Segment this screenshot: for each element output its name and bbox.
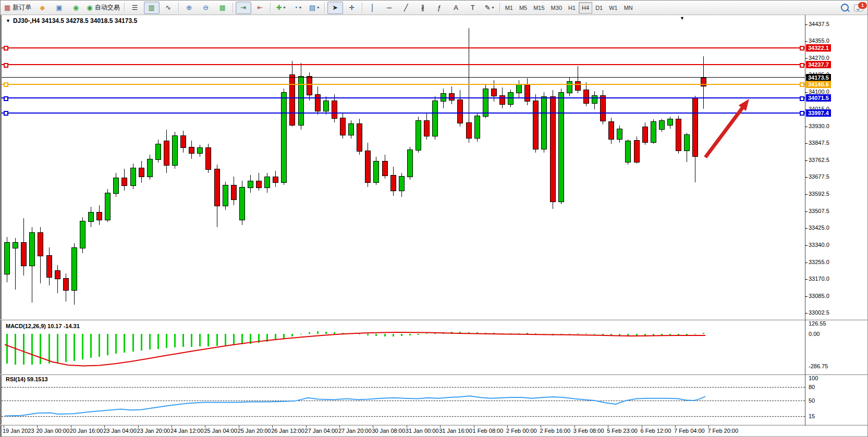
toolbar-right: 1 xyxy=(841,4,863,11)
bar-chart-button[interactable]: ☰ xyxy=(127,2,143,14)
horizontal-level-line[interactable] xyxy=(2,97,805,98)
line-anchor-marker[interactable] xyxy=(800,46,804,51)
horizontal-line-button[interactable]: ─ xyxy=(382,2,397,14)
timeframe-mn[interactable]: MN xyxy=(621,2,636,14)
auto-scroll-button[interactable]: ⇥ xyxy=(236,2,251,14)
candle-body xyxy=(315,94,321,111)
timeframe-m5[interactable]: M5 xyxy=(516,2,530,14)
timeframe-m15[interactable]: M15 xyxy=(530,2,547,14)
candle-body xyxy=(289,74,295,126)
autotrade-button[interactable]: ◉自动交易 xyxy=(84,2,121,14)
macd-histogram-bar xyxy=(686,334,688,335)
macd-histogram-bar xyxy=(375,334,377,336)
chart-window[interactable]: ▼ DJ30-,H4 34134.5 34278.5 34018.5 34173… xyxy=(1,15,868,437)
timeframe-d1[interactable]: D1 xyxy=(592,2,606,14)
data-window-button[interactable]: ▣ xyxy=(51,2,67,14)
macd-histogram-bar xyxy=(426,333,427,334)
macd-histogram-bar xyxy=(443,332,444,334)
pane-separator[interactable] xyxy=(1,319,868,320)
periods-button[interactable]: ◔▾ xyxy=(290,2,305,14)
templates-button[interactable]: ▤▾ xyxy=(307,2,322,14)
autotrade-button-label: 自动交易 xyxy=(95,3,120,12)
crosshair-button[interactable]: ✛ xyxy=(344,2,360,14)
timeframe-m30[interactable]: M30 xyxy=(548,2,565,14)
line-anchor-marker[interactable] xyxy=(4,111,8,116)
candle-body xyxy=(642,127,648,143)
tile-windows-button[interactable]: ▦ xyxy=(215,2,230,14)
macd-histogram-bar xyxy=(485,333,486,334)
line-anchor-marker[interactable] xyxy=(800,82,804,87)
macd-histogram-bar xyxy=(300,334,302,334)
text-icon: A xyxy=(454,4,458,11)
vertical-line-button[interactable]: │ xyxy=(365,2,381,14)
navigator-button[interactable]: ◉ xyxy=(68,2,83,14)
candle-body xyxy=(651,121,656,143)
chart-shift-button[interactable]: ⇤ xyxy=(252,2,268,14)
trendline-button[interactable]: ╱ xyxy=(398,2,414,14)
notifications-icon[interactable]: 1 xyxy=(854,4,863,11)
dropdown-arrow-icon[interactable]: ▾ xyxy=(284,5,286,10)
timeframe-m1[interactable]: M1 xyxy=(502,2,516,14)
price-tick-mark xyxy=(805,263,808,263)
chart-shift-icon: ⇤ xyxy=(257,4,263,11)
timeframe-h4[interactable]: H4 xyxy=(579,2,592,14)
cursor-button[interactable]: ➤ xyxy=(327,2,343,14)
line-anchor-marker[interactable] xyxy=(4,82,8,87)
time-tick-label: 30 Jan 08:00 xyxy=(372,428,405,434)
text-button[interactable]: A xyxy=(448,2,464,14)
rsi-axis-label: 100 xyxy=(809,375,818,381)
macd-histogram-bar xyxy=(350,333,352,334)
line-anchor-marker[interactable] xyxy=(800,96,804,101)
line-anchor-marker[interactable] xyxy=(4,96,8,101)
candle-chart-button[interactable]: ▥ xyxy=(144,2,160,14)
dropdown-arrow-icon[interactable]: ▾ xyxy=(492,5,494,10)
price-axis[interactable]: 34437.534355.034270.034185.034100.034015… xyxy=(805,15,868,426)
market-watch-button[interactable]: ◆ xyxy=(34,2,50,14)
macd-histogram-bar xyxy=(510,333,511,334)
macd-histogram-bar xyxy=(132,334,134,352)
macd-histogram-bar xyxy=(325,332,327,334)
line-chart-button[interactable]: ∿ xyxy=(161,2,176,14)
horizontal-level-line[interactable] xyxy=(2,113,805,114)
macd-histogram-bar xyxy=(6,334,8,364)
pane-separator[interactable] xyxy=(1,374,868,375)
macd-histogram-bar xyxy=(241,334,243,344)
bar-chart-icon: ☰ xyxy=(132,4,138,11)
candle-body xyxy=(600,95,606,121)
scroll-anchor-icon[interactable]: ▼ xyxy=(680,16,684,21)
timeframe-h1[interactable]: H1 xyxy=(565,2,579,14)
candle-body xyxy=(38,232,43,256)
time-axis[interactable]: 19 Jan 202320 Jan 00:0020 Jan 16:0023 Ja… xyxy=(1,424,868,437)
dropdown-arrow-icon[interactable]: ▾ xyxy=(299,5,301,10)
candle-body xyxy=(634,140,640,163)
search-icon[interactable] xyxy=(841,4,849,11)
label-button[interactable]: T xyxy=(465,2,481,14)
new-chart-button[interactable]: ✚▾ xyxy=(273,2,289,14)
line-anchor-marker[interactable] xyxy=(4,46,8,51)
macd-histogram-bar xyxy=(250,334,251,344)
horizontal-level-line[interactable] xyxy=(2,77,805,78)
arrows-button[interactable]: ✎▾ xyxy=(482,2,497,14)
dropdown-arrow-icon[interactable]: ▾ xyxy=(317,5,319,10)
candle-body xyxy=(214,169,220,206)
trendline-icon: ╱ xyxy=(404,4,408,11)
zoom-in-button[interactable]: ⊕ xyxy=(181,2,197,14)
line-anchor-marker[interactable] xyxy=(800,111,804,116)
new-order-button[interactable]: ▦新订单 xyxy=(2,2,33,14)
candle-body xyxy=(155,144,161,160)
timeframe-w1[interactable]: W1 xyxy=(606,2,621,14)
horizontal-level-line[interactable] xyxy=(2,47,805,48)
macd-histogram-bar xyxy=(459,332,461,334)
zoom-out-button[interactable]: ⊖ xyxy=(198,2,214,14)
rsi-level-line xyxy=(2,401,805,401)
line-anchor-marker[interactable] xyxy=(800,63,804,68)
horizontal-level-line[interactable] xyxy=(2,84,805,85)
horizontal-level-line[interactable] xyxy=(2,64,805,65)
candle-body xyxy=(399,176,405,191)
price-tick-mark xyxy=(805,211,808,212)
channel-button[interactable]: ∦ xyxy=(415,2,431,14)
price-tick-label: 33085.0 xyxy=(809,293,829,299)
line-anchor-marker[interactable] xyxy=(4,63,8,68)
price-tick-label: 33507.5 xyxy=(809,208,829,214)
fibonacci-button[interactable]: ƒ xyxy=(432,2,447,14)
